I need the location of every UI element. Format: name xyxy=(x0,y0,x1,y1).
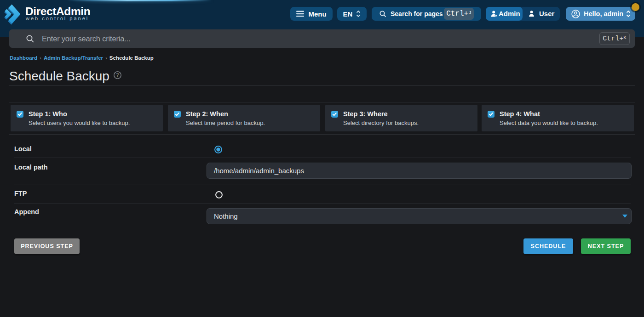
svg-text:?: ? xyxy=(116,72,119,78)
